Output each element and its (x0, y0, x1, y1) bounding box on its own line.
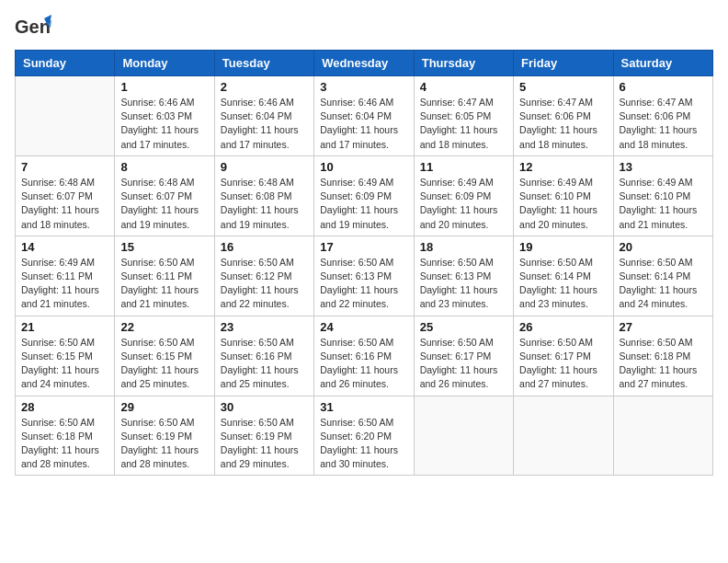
day-number: 28 (21, 400, 108, 414)
calendar-cell: 20Sunrise: 6:50 AMSunset: 6:14 PMDayligh… (613, 236, 712, 316)
calendar-cell (414, 396, 513, 476)
calendar-cell: 29Sunrise: 6:50 AMSunset: 6:19 PMDayligh… (115, 396, 214, 476)
weekday-header-wednesday: Wednesday (314, 51, 414, 76)
day-number: 23 (221, 320, 308, 334)
day-info: Sunrise: 6:50 AMSunset: 6:11 PMDaylight:… (120, 256, 208, 312)
calendar-cell: 18Sunrise: 6:50 AMSunset: 6:13 PMDayligh… (414, 236, 513, 316)
calendar-cell: 2Sunrise: 6:46 AMSunset: 6:04 PMDaylight… (214, 76, 313, 156)
day-info: Sunrise: 6:46 AMSunset: 6:04 PMDaylight:… (221, 96, 308, 152)
day-number: 13 (620, 160, 707, 174)
day-number: 30 (221, 400, 308, 414)
logo: Gen (15, 15, 51, 39)
calendar-cell: 9Sunrise: 6:48 AMSunset: 6:08 PMDaylight… (214, 155, 313, 236)
calendar-cell: 23Sunrise: 6:50 AMSunset: 6:16 PMDayligh… (214, 316, 313, 396)
day-info: Sunrise: 6:50 AMSunset: 6:15 PMDaylight:… (21, 336, 108, 392)
day-info: Sunrise: 6:50 AMSunset: 6:18 PMDaylight:… (21, 416, 108, 472)
day-info: Sunrise: 6:46 AMSunset: 6:03 PMDaylight:… (120, 96, 208, 152)
day-info: Sunrise: 6:50 AMSunset: 6:14 PMDaylight:… (620, 256, 707, 312)
calendar-cell: 7Sunrise: 6:48 AMSunset: 6:07 PMDaylight… (16, 155, 115, 236)
day-info: Sunrise: 6:50 AMSunset: 6:17 PMDaylight:… (519, 336, 607, 392)
day-number: 11 (420, 160, 507, 174)
weekday-header-tuesday: Tuesday (214, 51, 313, 76)
day-number: 9 (221, 160, 308, 174)
calendar-week-1: 1Sunrise: 6:46 AMSunset: 6:03 PMDaylight… (16, 76, 713, 156)
day-number: 18 (420, 240, 507, 254)
day-number: 8 (120, 160, 208, 174)
day-info: Sunrise: 6:50 AMSunset: 6:16 PMDaylight:… (221, 336, 308, 392)
calendar-week-2: 7Sunrise: 6:48 AMSunset: 6:07 PMDaylight… (16, 155, 713, 236)
day-number: 21 (21, 320, 108, 334)
calendar-cell: 25Sunrise: 6:50 AMSunset: 6:17 PMDayligh… (414, 316, 513, 396)
day-number: 27 (620, 320, 707, 334)
day-info: Sunrise: 6:50 AMSunset: 6:12 PMDaylight:… (221, 256, 308, 312)
day-info: Sunrise: 6:48 AMSunset: 6:08 PMDaylight:… (221, 176, 308, 232)
day-number: 26 (519, 320, 607, 334)
calendar-cell: 13Sunrise: 6:49 AMSunset: 6:10 PMDayligh… (613, 155, 712, 236)
day-number: 10 (320, 160, 407, 174)
calendar-cell (16, 76, 115, 156)
header: Gen (15, 15, 713, 39)
weekday-header-saturday: Saturday (613, 51, 712, 76)
day-info: Sunrise: 6:50 AMSunset: 6:19 PMDaylight:… (221, 416, 308, 472)
logo-icon: Gen (15, 15, 51, 42)
day-info: Sunrise: 6:50 AMSunset: 6:18 PMDaylight:… (620, 336, 707, 392)
day-number: 2 (221, 80, 308, 94)
calendar-cell: 14Sunrise: 6:49 AMSunset: 6:11 PMDayligh… (16, 236, 115, 316)
calendar-cell: 1Sunrise: 6:46 AMSunset: 6:03 PMDaylight… (115, 76, 214, 156)
calendar-cell: 3Sunrise: 6:46 AMSunset: 6:04 PMDaylight… (314, 76, 414, 156)
day-number: 20 (620, 240, 707, 254)
calendar-cell: 22Sunrise: 6:50 AMSunset: 6:15 PMDayligh… (115, 316, 214, 396)
day-info: Sunrise: 6:49 AMSunset: 6:09 PMDaylight:… (420, 176, 507, 232)
calendar-cell: 26Sunrise: 6:50 AMSunset: 6:17 PMDayligh… (514, 316, 613, 396)
calendar-cell: 6Sunrise: 6:47 AMSunset: 6:06 PMDaylight… (613, 76, 712, 156)
calendar-cell: 4Sunrise: 6:47 AMSunset: 6:05 PMDaylight… (414, 76, 513, 156)
calendar-cell (613, 396, 712, 476)
day-number: 15 (120, 240, 208, 254)
day-number: 31 (320, 400, 407, 414)
calendar-table: SundayMondayTuesdayWednesdayThursdayFrid… (15, 50, 713, 476)
day-info: Sunrise: 6:49 AMSunset: 6:10 PMDaylight:… (620, 176, 707, 232)
day-number: 29 (120, 400, 208, 414)
day-info: Sunrise: 6:50 AMSunset: 6:13 PMDaylight:… (320, 256, 407, 312)
calendar-cell: 30Sunrise: 6:50 AMSunset: 6:19 PMDayligh… (214, 396, 313, 476)
day-info: Sunrise: 6:49 AMSunset: 6:09 PMDaylight:… (320, 176, 407, 232)
day-info: Sunrise: 6:48 AMSunset: 6:07 PMDaylight:… (21, 176, 108, 232)
calendar-cell (514, 396, 613, 476)
calendar-cell: 17Sunrise: 6:50 AMSunset: 6:13 PMDayligh… (314, 236, 414, 316)
day-number: 19 (519, 240, 607, 254)
calendar-cell: 21Sunrise: 6:50 AMSunset: 6:15 PMDayligh… (16, 316, 115, 396)
day-number: 17 (320, 240, 407, 254)
calendar-cell: 31Sunrise: 6:50 AMSunset: 6:20 PMDayligh… (314, 396, 414, 476)
calendar-cell: 28Sunrise: 6:50 AMSunset: 6:18 PMDayligh… (16, 396, 115, 476)
day-number: 16 (221, 240, 308, 254)
day-info: Sunrise: 6:50 AMSunset: 6:20 PMDaylight:… (320, 416, 407, 472)
day-info: Sunrise: 6:47 AMSunset: 6:05 PMDaylight:… (420, 96, 507, 152)
day-number: 22 (120, 320, 208, 334)
day-number: 14 (21, 240, 108, 254)
day-number: 12 (519, 160, 607, 174)
calendar-cell: 12Sunrise: 6:49 AMSunset: 6:10 PMDayligh… (514, 155, 613, 236)
day-info: Sunrise: 6:50 AMSunset: 6:15 PMDaylight:… (120, 336, 208, 392)
weekday-header-thursday: Thursday (414, 51, 513, 76)
calendar-cell: 5Sunrise: 6:47 AMSunset: 6:06 PMDaylight… (514, 76, 613, 156)
calendar-cell: 19Sunrise: 6:50 AMSunset: 6:14 PMDayligh… (514, 236, 613, 316)
day-info: Sunrise: 6:49 AMSunset: 6:11 PMDaylight:… (21, 256, 108, 312)
day-info: Sunrise: 6:47 AMSunset: 6:06 PMDaylight:… (620, 96, 707, 152)
calendar-cell: 24Sunrise: 6:50 AMSunset: 6:16 PMDayligh… (314, 316, 414, 396)
day-info: Sunrise: 6:50 AMSunset: 6:13 PMDaylight:… (420, 256, 507, 312)
day-info: Sunrise: 6:49 AMSunset: 6:10 PMDaylight:… (519, 176, 607, 232)
day-number: 3 (320, 80, 407, 94)
day-info: Sunrise: 6:50 AMSunset: 6:16 PMDaylight:… (320, 336, 407, 392)
calendar-cell: 16Sunrise: 6:50 AMSunset: 6:12 PMDayligh… (214, 236, 313, 316)
day-number: 6 (620, 80, 707, 94)
day-info: Sunrise: 6:50 AMSunset: 6:14 PMDaylight:… (519, 256, 607, 312)
weekday-header-monday: Monday (115, 51, 214, 76)
calendar-week-3: 14Sunrise: 6:49 AMSunset: 6:11 PMDayligh… (16, 236, 713, 316)
calendar-cell: 27Sunrise: 6:50 AMSunset: 6:18 PMDayligh… (613, 316, 712, 396)
day-number: 4 (420, 80, 507, 94)
weekday-header-sunday: Sunday (16, 51, 115, 76)
day-number: 7 (21, 160, 108, 174)
day-info: Sunrise: 6:50 AMSunset: 6:17 PMDaylight:… (420, 336, 507, 392)
day-number: 24 (320, 320, 407, 334)
calendar-cell: 8Sunrise: 6:48 AMSunset: 6:07 PMDaylight… (115, 155, 214, 236)
